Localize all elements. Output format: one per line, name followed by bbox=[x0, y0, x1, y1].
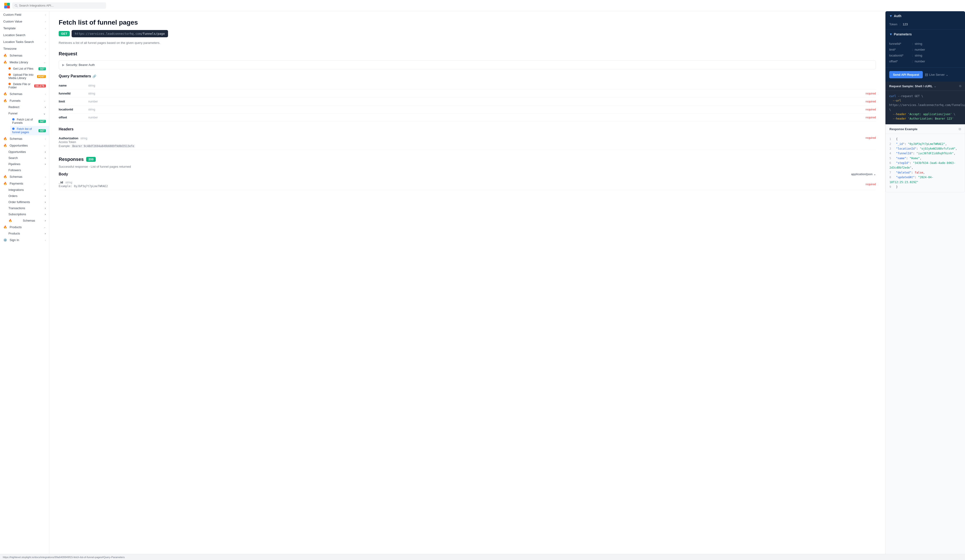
sidebar-item-get-list-files[interactable]: Get List of Files GET bbox=[7, 66, 49, 72]
response-code-block: 1{ 2"_id": "0yJbP3q7t7pLmeTWRAE2", 3"loc… bbox=[886, 134, 965, 192]
sidebar-label: Followers bbox=[8, 168, 21, 172]
sidebar-sub-media: Get List of Files GET Upload File into M… bbox=[0, 66, 49, 90]
topbar bbox=[0, 0, 965, 11]
request-sample-title[interactable]: Request Sample: Shell / cURL ⌄ bbox=[889, 85, 936, 88]
sidebar-item-products-sub[interactable]: Products › bbox=[7, 230, 49, 237]
sidebar-item-custom-field[interactable]: Custom Field › bbox=[0, 11, 49, 18]
sidebar-item-payments[interactable]: 🔥Payments ⌄ bbox=[0, 180, 49, 187]
sidebar-item-order-fulfilments[interactable]: Order fulfilments › bbox=[7, 199, 49, 205]
logo-icon bbox=[4, 2, 10, 9]
sidebar-item-location-tasks-search[interactable]: Location Tasks Search › bbox=[0, 38, 49, 45]
copy-icon[interactable]: ⧉ bbox=[959, 84, 961, 88]
body-params-list: _id string Example: 0yJbP3q7t7pLmeTWRAE2… bbox=[59, 179, 876, 190]
endpoint-highlight: /funnels/page bbox=[141, 32, 165, 36]
chevron-down-icon: ⌄ bbox=[44, 225, 46, 229]
sidebar-item-opportunities[interactable]: 🔥Opportunities ⌄ bbox=[0, 142, 49, 149]
response-line: 9} bbox=[890, 184, 961, 189]
sidebar-sub-funnels: Redirect › Funnel ⌄ Fetch List of Funnel… bbox=[0, 104, 49, 135]
response-line: 6"stepId": "343bf634-3aa6-4ade-b963-2d3c… bbox=[890, 161, 961, 170]
sidebar-item-search[interactable]: Search › bbox=[7, 155, 49, 161]
sidebar-item-orders[interactable]: Orders › bbox=[7, 193, 49, 199]
sidebar-item-schemas-5[interactable]: 🔥Schemas › bbox=[7, 217, 49, 224]
param-limit-row: limit number required bbox=[59, 98, 876, 106]
sidebar-item-pipelines[interactable]: Pipelines › bbox=[7, 161, 49, 167]
sidebar-item-redirect[interactable]: Redirect › bbox=[7, 104, 49, 110]
statusbar-url: https://highlevel.stoplight.io/docs/inte… bbox=[3, 556, 124, 558]
live-server-button[interactable]: Live Server ⌄ bbox=[925, 73, 948, 77]
chevron-down-icon: ⌄ bbox=[946, 73, 948, 77]
sidebar-label: Schemas bbox=[23, 219, 35, 222]
sidebar-item-integrations[interactable]: Integrations › bbox=[7, 187, 49, 193]
chevron-right-icon: › bbox=[45, 201, 46, 204]
sidebar-label: Opportunities bbox=[8, 150, 26, 153]
param-limit-entry: limit* : number bbox=[889, 47, 961, 52]
sidebar-label: Fetch List of Funnels bbox=[12, 118, 33, 124]
link-icon[interactable]: 🔗 bbox=[92, 75, 96, 78]
response-line: 5"name": "Home", bbox=[890, 156, 961, 161]
sidebar-label: Upload File into Media Library bbox=[8, 73, 33, 80]
auth-header[interactable]: ▼ Auth bbox=[885, 11, 965, 21]
sidebar-item-media-library[interactable]: 🔥Media Library ⌄ bbox=[0, 59, 49, 66]
sidebar-label: Products bbox=[10, 225, 21, 229]
sidebar-item-funnel[interactable]: Funnel ⌄ bbox=[7, 110, 49, 116]
sidebar-label: Sign In bbox=[10, 238, 19, 242]
sidebar-label: Fetch list of funnel pages bbox=[12, 127, 32, 134]
sidebar-item-custom-value[interactable]: Custom Value › bbox=[0, 18, 49, 25]
send-btn-row: Send API Request Live Server ⌄ bbox=[885, 68, 965, 82]
sidebar-item-schemas-2[interactable]: 🔥Schemas › bbox=[0, 90, 49, 97]
sidebar-label: Transactions bbox=[8, 207, 25, 210]
chevron-down-icon: ⌄ bbox=[44, 144, 46, 147]
chevron-right-icon: › bbox=[45, 150, 46, 153]
security-box[interactable]: ▶ Security: Bearer Auth bbox=[59, 60, 876, 69]
sidebar-item-opportunities-sub[interactable]: Opportunities › bbox=[7, 149, 49, 155]
sidebar-item-subscriptions[interactable]: Subscriptions › bbox=[7, 211, 49, 217]
responses-title: Responses 200 bbox=[59, 157, 876, 162]
security-label: Security: Bearer Auth bbox=[66, 63, 95, 67]
chevron-down-icon: ⌄ bbox=[43, 112, 46, 115]
sidebar-item-fetch-list-funnels[interactable]: Fetch List of Funnels GET bbox=[10, 116, 49, 126]
chevron-right-icon: › bbox=[45, 207, 46, 210]
chevron-right-icon: › bbox=[45, 157, 46, 160]
svg-rect-0 bbox=[4, 3, 7, 6]
svg-rect-7 bbox=[925, 75, 928, 76]
sidebar-item-delete-file[interactable]: Delete File or Folder DELETE bbox=[7, 81, 49, 90]
search-bar[interactable] bbox=[12, 2, 106, 9]
copy-icon[interactable]: ⧉ bbox=[958, 127, 961, 131]
params-body: funnelId* : string limit* : number locat… bbox=[885, 39, 965, 67]
page-title: Fetch list of funnel pages bbox=[59, 19, 876, 26]
svg-line-5 bbox=[17, 6, 17, 7]
send-api-request-button[interactable]: Send API Request bbox=[889, 71, 923, 78]
sidebar-item-timezone[interactable]: Timezone › bbox=[0, 45, 49, 52]
sidebar-item-schemas-3[interactable]: 🔥Schemas › bbox=[0, 135, 49, 142]
chevron-right-icon: › bbox=[45, 106, 46, 109]
badge-delete: DELETE bbox=[34, 85, 46, 88]
sidebar-label: Funnel bbox=[8, 112, 17, 115]
sidebar-item-location-search[interactable]: Location Search › bbox=[0, 32, 49, 38]
sidebar: Custom Field › Custom Value › Template ›… bbox=[0, 11, 49, 554]
sidebar-item-followers[interactable]: Followers bbox=[7, 167, 49, 173]
sidebar-item-fetch-funnel-pages[interactable]: Fetch list of funnel pages GET bbox=[10, 126, 49, 135]
chevron-right-icon: › bbox=[45, 20, 46, 23]
sidebar-item-products[interactable]: 🔥Products ⌄ bbox=[0, 224, 49, 230]
sidebar-item-upload-file[interactable]: Upload File into Media Library POST bbox=[7, 72, 49, 81]
body-format-selector[interactable]: application/json ⌄ bbox=[851, 173, 876, 176]
sidebar-label: Search bbox=[8, 157, 18, 160]
sidebar-item-funnels[interactable]: 🔥Funnels ⌄ bbox=[0, 97, 49, 104]
chevron-right-icon: › bbox=[45, 13, 46, 16]
chevron-right-icon: › bbox=[45, 137, 46, 140]
request-section-title: Request bbox=[59, 51, 876, 57]
params-header[interactable]: ▼ Parameters bbox=[885, 29, 965, 39]
search-input[interactable] bbox=[19, 4, 104, 7]
sidebar-label: Schemas bbox=[10, 175, 22, 178]
sidebar-item-schemas-1[interactable]: 🔥Schemas › bbox=[0, 52, 49, 59]
sidebar-label: Custom Field bbox=[3, 13, 21, 16]
chevron-right-icon: › bbox=[45, 239, 46, 242]
sidebar-item-template[interactable]: Template › bbox=[0, 25, 49, 32]
right-panel: ▼ Auth Token : 123 ▼ Parameters funnelId… bbox=[885, 11, 965, 554]
auth-token-row: Token : 123 bbox=[889, 23, 961, 26]
badge-get: GET bbox=[39, 120, 46, 123]
sidebar-item-sign-in[interactable]: ⚙️Sign In › bbox=[0, 237, 49, 243]
sidebar-item-schemas-4[interactable]: 🔥Schemas › bbox=[0, 173, 49, 180]
param-offset-entry: offset* : number bbox=[889, 59, 961, 64]
sidebar-item-transactions[interactable]: Transactions › bbox=[7, 205, 49, 211]
